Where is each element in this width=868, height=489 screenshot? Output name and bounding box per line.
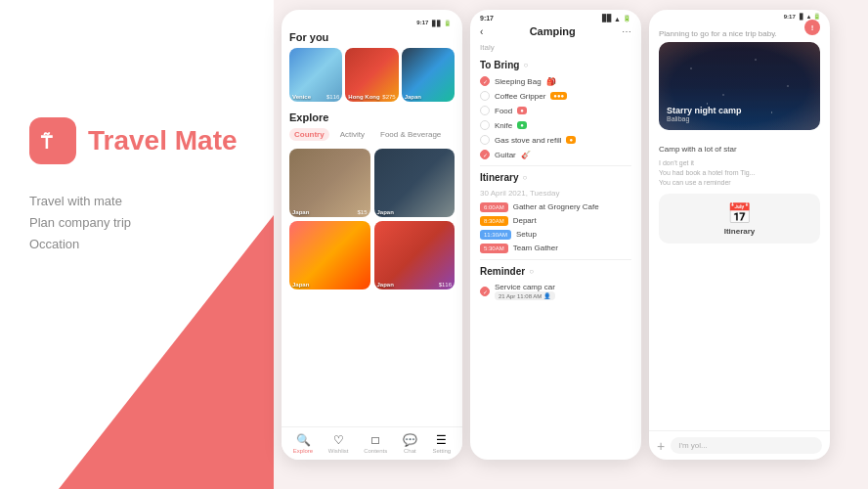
nav-contents[interactable]: □ Contents bbox=[364, 433, 387, 454]
menu-icon[interactable]: ⋯ bbox=[622, 26, 631, 37]
japan1-label: Japan bbox=[292, 209, 309, 215]
svg-text:T̃: T̃ bbox=[40, 132, 53, 153]
checklist-item-1: Coffee Gripper ●●● bbox=[480, 91, 631, 101]
itinerary-heading: Itinerary ○ bbox=[480, 172, 631, 183]
reminder-time: 21 Apr 11:08 AM bbox=[499, 293, 542, 299]
cat-country[interactable]: Country bbox=[289, 128, 329, 141]
japan-sm-label: Japan bbox=[405, 94, 421, 100]
item-label-3: Knife bbox=[495, 121, 512, 130]
setting-nav-icon: ☰ bbox=[436, 433, 447, 447]
destination-japan-sm[interactable]: Japan bbox=[402, 48, 455, 102]
explore-japan4[interactable]: Japan $116 bbox=[374, 221, 456, 289]
wishlist-nav-icon: ♡ bbox=[333, 433, 344, 447]
phone-checklist: 9:17 ▊▊ ▲ 🔋 ‹ Camping ⋯ Italy To Bring ○… bbox=[470, 10, 641, 460]
explore-japan1[interactable]: Japan $15 bbox=[289, 149, 370, 217]
checkbox-3[interactable] bbox=[480, 120, 490, 130]
checkbox-5[interactable] bbox=[480, 150, 490, 159]
app-logo-icon: T̃ bbox=[29, 117, 76, 164]
venice-price: $116 bbox=[326, 94, 339, 100]
nav-contents-label: Contents bbox=[364, 448, 387, 454]
item-emoji-5: 🎸 bbox=[521, 151, 531, 159]
item-tag-1: ●●● bbox=[550, 92, 567, 100]
reminder-heading: Reminder ○ bbox=[480, 266, 631, 277]
time-badge-0: 6:00AM bbox=[480, 202, 508, 212]
for-you-grid: Venice $116 Hong Kong $275 Japan bbox=[289, 48, 455, 102]
app-name: Travel Mate bbox=[88, 125, 238, 156]
checkbox-2[interactable] bbox=[480, 106, 490, 115]
checkbox-1[interactable] bbox=[480, 91, 490, 101]
widget-calendar-icon: 📅 bbox=[727, 201, 752, 225]
itinerary-title: Itinerary bbox=[480, 172, 518, 183]
status-icons: ▊▊ ▲ 🔋 bbox=[602, 15, 631, 22]
timeline-3: 5:30AM Team Gather bbox=[480, 244, 631, 253]
nav-chat[interactable]: 💬 Chat bbox=[403, 433, 417, 454]
camp-card-title: Starry night camp bbox=[667, 106, 742, 115]
nav-explore[interactable]: 🔍 Explore bbox=[293, 433, 313, 454]
phones-container: 9:17 ▊▊ 🔋 For you Venice $116 Hong Kong … bbox=[274, 0, 868, 489]
tobring-icon: ○ bbox=[523, 61, 528, 69]
destination-hongkong[interactable]: Hong Kong $275 bbox=[345, 48, 398, 102]
left-section: T̃ Travel Mate Travel with mate Plan com… bbox=[0, 0, 274, 489]
tobring-heading: To Bring ○ bbox=[480, 60, 631, 70]
msg-1: You had book a hotel from Tig... bbox=[659, 169, 820, 176]
camp-card-sub: Balibag bbox=[667, 115, 742, 122]
taglines: Travel with mate Plan company trip Occat… bbox=[29, 191, 131, 255]
item-tag-3: ● bbox=[517, 121, 527, 129]
venice-label: Venice bbox=[292, 94, 311, 100]
phone-explore: 9:17 ▊▊ 🔋 For you Venice $116 Hong Kong … bbox=[282, 10, 462, 460]
bottom-nav: 🔍 Explore ♡ Wishlist □ Contents 💬 Chat ☰… bbox=[282, 426, 462, 460]
phone2-content: Italy To Bring ○ Sleeping Bag 🎒 Coffee G… bbox=[470, 43, 641, 300]
checkbox-0[interactable] bbox=[480, 76, 490, 86]
timeline-text-3: Team Gather bbox=[513, 244, 558, 252]
reminder-check[interactable] bbox=[480, 287, 490, 296]
itinerary-icon: ○ bbox=[522, 173, 527, 182]
status-bar: 9:17 ▊▊ ▲ 🔋 bbox=[470, 10, 641, 25]
reminder-item-0: Service camp car 21 Apr 11:08 AM 👤 bbox=[480, 283, 631, 300]
category-tabs: Country Activity Food & Beverage bbox=[289, 128, 455, 141]
item-emoji-0: 🎒 bbox=[546, 77, 556, 86]
item-label-4: Gas stove and refill bbox=[495, 136, 561, 145]
widget-label: Itinerary bbox=[724, 227, 756, 236]
for-you-title: For you bbox=[289, 31, 455, 43]
timeline-text-0: Gather at Grognery Cafe bbox=[513, 202, 599, 211]
nav-setting-label: Setting bbox=[432, 448, 451, 454]
japan1-price: $15 bbox=[357, 209, 367, 215]
item-tag-2: ● bbox=[517, 107, 527, 114]
destination-venice[interactable]: Venice $116 bbox=[289, 48, 342, 102]
explore-japan3[interactable]: Japan bbox=[289, 221, 370, 289]
explore-nav-icon: 🔍 bbox=[296, 433, 311, 447]
reminder-person-icon: 👤 bbox=[543, 292, 550, 299]
checkbox-4[interactable] bbox=[480, 135, 490, 145]
checklist-item-5: Guitar 🎸 bbox=[480, 150, 631, 159]
reminder-title: Reminder bbox=[480, 266, 525, 277]
chat-messages: I don't get it You had book a hotel from… bbox=[649, 159, 830, 186]
nav-wishlist-label: Wishlist bbox=[328, 448, 349, 454]
explore-japan2[interactable]: Japan bbox=[374, 149, 456, 217]
back-button[interactable]: ‹ bbox=[480, 26, 483, 37]
divider-1 bbox=[480, 165, 631, 166]
nav-explore-label: Explore bbox=[293, 448, 313, 454]
tagline-2: Plan company trip bbox=[29, 212, 131, 234]
divider-2 bbox=[480, 259, 631, 260]
chat-plus-icon[interactable]: + bbox=[657, 438, 665, 454]
tagline-1: Travel with mate bbox=[29, 191, 131, 212]
phone-header: ‹ Camping ⋯ bbox=[470, 25, 641, 43]
itinerary-widget[interactable]: 📅 Itinerary bbox=[659, 194, 820, 244]
camping-card[interactable]: Starry night camp Balibag bbox=[659, 42, 820, 130]
chat-input[interactable]: I'm yol... bbox=[671, 437, 822, 454]
nav-setting[interactable]: ☰ Setting bbox=[432, 433, 451, 454]
phone-chat: 9:17 ▊ ▲ 🔋 ! Planning to go for a nice t… bbox=[649, 10, 830, 460]
cat-activity[interactable]: Activity bbox=[335, 128, 369, 141]
item-label-1: Coffee Gripper bbox=[495, 92, 545, 101]
time-badge-2: 11:30AM bbox=[480, 230, 511, 240]
nav-wishlist[interactable]: ♡ Wishlist bbox=[328, 433, 349, 454]
timeline-1: 8:30AM Depart bbox=[480, 216, 631, 226]
cat-food[interactable]: Food & Beverage bbox=[375, 128, 446, 141]
reminder-time-badge: 21 Apr 11:08 AM 👤 bbox=[495, 291, 555, 300]
chat-input-bar: + I'm yol... bbox=[649, 430, 830, 460]
camp-card-label: Starry night camp Balibag bbox=[667, 106, 742, 122]
checklist-item-0: Sleeping Bag 🎒 bbox=[480, 76, 631, 86]
item-label-5: Guitar bbox=[495, 151, 516, 159]
battery-icon: 🔋 bbox=[623, 15, 631, 22]
timeline-text-1: Depart bbox=[513, 216, 537, 225]
